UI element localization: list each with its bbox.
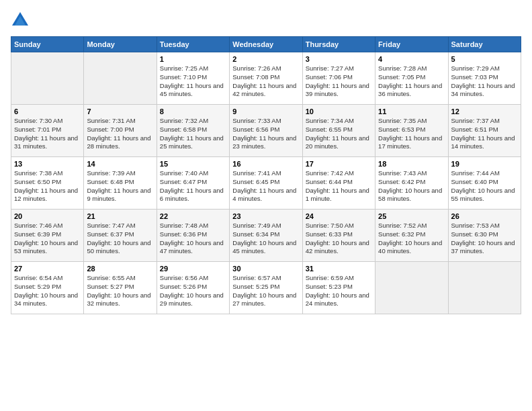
calendar-cell: 13Sunrise: 7:38 AM Sunset: 6:50 PM Dayli… (11, 157, 84, 210)
calendar-week-row: 27Sunrise: 6:54 AM Sunset: 5:29 PM Dayli… (11, 262, 521, 314)
calendar-cell: 14Sunrise: 7:39 AM Sunset: 6:48 PM Dayli… (84, 157, 157, 210)
calendar-cell: 28Sunrise: 6:55 AM Sunset: 5:27 PM Dayli… (84, 262, 157, 314)
logo (11, 11, 32, 30)
calendar-cell: 1Sunrise: 7:25 AM Sunset: 7:10 PM Daylig… (157, 52, 229, 105)
day-number: 15 (160, 160, 226, 168)
day-info: Sunrise: 7:40 AM Sunset: 6:47 PM Dayligh… (160, 169, 226, 203)
calendar-cell: 29Sunrise: 6:56 AM Sunset: 5:26 PM Dayli… (157, 262, 229, 314)
logo-icon (11, 11, 30, 30)
day-number: 13 (14, 160, 81, 168)
day-number: 31 (306, 265, 372, 273)
day-number: 1 (160, 55, 226, 63)
day-number: 28 (87, 265, 153, 273)
calendar-cell: 31Sunrise: 6:59 AM Sunset: 5:23 PM Dayli… (302, 262, 375, 314)
day-info: Sunrise: 7:52 AM Sunset: 6:32 PM Dayligh… (378, 222, 445, 256)
calendar-cell: 3Sunrise: 7:27 AM Sunset: 7:06 PM Daylig… (302, 52, 375, 105)
calendar-cell: 11Sunrise: 7:35 AM Sunset: 6:53 PM Dayli… (375, 105, 448, 157)
weekday-header-sunday: Sunday (11, 37, 84, 52)
day-number: 20 (14, 212, 81, 220)
day-number: 12 (451, 107, 518, 116)
calendar-cell: 23Sunrise: 7:49 AM Sunset: 6:34 PM Dayli… (230, 210, 302, 262)
day-info: Sunrise: 7:32 AM Sunset: 6:58 PM Dayligh… (160, 117, 226, 151)
day-number: 27 (14, 265, 81, 273)
weekday-header-tuesday: Tuesday (157, 37, 229, 52)
calendar-week-row: 6Sunrise: 7:30 AM Sunset: 7:01 PM Daylig… (11, 105, 521, 157)
calendar-cell: 7Sunrise: 7:31 AM Sunset: 7:00 PM Daylig… (84, 105, 157, 157)
day-info: Sunrise: 7:29 AM Sunset: 7:03 PM Dayligh… (451, 64, 518, 99)
weekday-header-saturday: Saturday (448, 37, 521, 52)
day-number: 10 (306, 107, 372, 116)
day-number: 19 (451, 160, 518, 168)
day-info: Sunrise: 7:25 AM Sunset: 7:10 PM Dayligh… (160, 64, 226, 99)
calendar-cell: 8Sunrise: 7:32 AM Sunset: 6:58 PM Daylig… (157, 105, 229, 157)
day-number: 18 (378, 160, 445, 168)
day-info: Sunrise: 7:28 AM Sunset: 7:05 PM Dayligh… (378, 64, 445, 99)
calendar-cell (84, 52, 157, 105)
day-info: Sunrise: 7:42 AM Sunset: 6:44 PM Dayligh… (306, 169, 372, 203)
day-number: 22 (160, 212, 226, 220)
day-info: Sunrise: 7:48 AM Sunset: 6:36 PM Dayligh… (160, 222, 226, 256)
day-info: Sunrise: 7:43 AM Sunset: 6:42 PM Dayligh… (378, 169, 445, 203)
day-info: Sunrise: 7:47 AM Sunset: 6:37 PM Dayligh… (87, 222, 153, 256)
day-info: Sunrise: 7:46 AM Sunset: 6:39 PM Dayligh… (14, 222, 81, 256)
calendar-cell: 30Sunrise: 6:57 AM Sunset: 5:25 PM Dayli… (230, 262, 302, 314)
calendar-cell: 5Sunrise: 7:29 AM Sunset: 7:03 PM Daylig… (448, 52, 521, 105)
day-info: Sunrise: 7:26 AM Sunset: 7:08 PM Dayligh… (232, 64, 299, 99)
day-info: Sunrise: 7:35 AM Sunset: 6:53 PM Dayligh… (378, 117, 445, 151)
calendar-cell (375, 262, 448, 314)
day-info: Sunrise: 7:50 AM Sunset: 6:33 PM Dayligh… (306, 222, 372, 256)
calendar-cell: 22Sunrise: 7:48 AM Sunset: 6:36 PM Dayli… (157, 210, 229, 262)
day-info: Sunrise: 7:34 AM Sunset: 6:55 PM Dayligh… (306, 117, 372, 151)
calendar-cell: 16Sunrise: 7:41 AM Sunset: 6:45 PM Dayli… (230, 157, 302, 210)
calendar-cell: 21Sunrise: 7:47 AM Sunset: 6:37 PM Dayli… (84, 210, 157, 262)
calendar-cell: 12Sunrise: 7:37 AM Sunset: 6:51 PM Dayli… (448, 105, 521, 157)
day-info: Sunrise: 7:31 AM Sunset: 7:00 PM Dayligh… (87, 117, 153, 151)
calendar-week-row: 1Sunrise: 7:25 AM Sunset: 7:10 PM Daylig… (11, 52, 521, 105)
weekday-header-friday: Friday (375, 37, 448, 52)
calendar-cell: 4Sunrise: 7:28 AM Sunset: 7:05 PM Daylig… (375, 52, 448, 105)
day-info: Sunrise: 6:54 AM Sunset: 5:29 PM Dayligh… (14, 274, 81, 308)
calendar-cell: 17Sunrise: 7:42 AM Sunset: 6:44 PM Dayli… (302, 157, 375, 210)
day-number: 11 (378, 107, 445, 116)
calendar-table: SundayMondayTuesdayWednesdayThursdayFrid… (11, 36, 521, 314)
day-info: Sunrise: 6:55 AM Sunset: 5:27 PM Dayligh… (87, 274, 153, 308)
day-info: Sunrise: 7:30 AM Sunset: 7:01 PM Dayligh… (14, 117, 81, 151)
day-info: Sunrise: 6:59 AM Sunset: 5:23 PM Dayligh… (306, 274, 372, 308)
day-number: 5 (451, 55, 518, 63)
day-number: 3 (306, 55, 372, 63)
day-number: 2 (232, 55, 299, 63)
day-info: Sunrise: 7:39 AM Sunset: 6:48 PM Dayligh… (87, 169, 153, 203)
day-info: Sunrise: 7:38 AM Sunset: 6:50 PM Dayligh… (14, 169, 81, 203)
calendar-week-row: 13Sunrise: 7:38 AM Sunset: 6:50 PM Dayli… (11, 157, 521, 210)
calendar-cell: 10Sunrise: 7:34 AM Sunset: 6:55 PM Dayli… (302, 105, 375, 157)
day-number: 9 (232, 107, 299, 116)
day-number: 14 (87, 160, 153, 168)
day-number: 7 (87, 107, 153, 116)
page-header (11, 11, 521, 30)
calendar-cell: 9Sunrise: 7:33 AM Sunset: 6:56 PM Daylig… (230, 105, 302, 157)
day-number: 21 (87, 212, 153, 220)
day-info: Sunrise: 6:56 AM Sunset: 5:26 PM Dayligh… (160, 274, 226, 308)
calendar-header-row: SundayMondayTuesdayWednesdayThursdayFrid… (11, 37, 521, 52)
day-info: Sunrise: 7:44 AM Sunset: 6:40 PM Dayligh… (451, 169, 518, 203)
day-number: 16 (232, 160, 299, 168)
day-number: 30 (232, 265, 299, 273)
day-info: Sunrise: 7:41 AM Sunset: 6:45 PM Dayligh… (232, 169, 299, 203)
calendar-cell: 20Sunrise: 7:46 AM Sunset: 6:39 PM Dayli… (11, 210, 84, 262)
calendar-cell: 2Sunrise: 7:26 AM Sunset: 7:08 PM Daylig… (230, 52, 302, 105)
weekday-header-wednesday: Wednesday (230, 37, 302, 52)
day-info: Sunrise: 7:53 AM Sunset: 6:30 PM Dayligh… (451, 222, 518, 256)
day-number: 25 (378, 212, 445, 220)
weekday-header-monday: Monday (84, 37, 157, 52)
calendar-cell: 24Sunrise: 7:50 AM Sunset: 6:33 PM Dayli… (302, 210, 375, 262)
calendar-cell: 6Sunrise: 7:30 AM Sunset: 7:01 PM Daylig… (11, 105, 84, 157)
day-info: Sunrise: 7:33 AM Sunset: 6:56 PM Dayligh… (232, 117, 299, 151)
calendar-cell: 15Sunrise: 7:40 AM Sunset: 6:47 PM Dayli… (157, 157, 229, 210)
day-number: 26 (451, 212, 518, 220)
weekday-header-thursday: Thursday (302, 37, 375, 52)
day-info: Sunrise: 7:27 AM Sunset: 7:06 PM Dayligh… (306, 64, 372, 99)
calendar-cell: 27Sunrise: 6:54 AM Sunset: 5:29 PM Dayli… (11, 262, 84, 314)
calendar-cell (11, 52, 84, 105)
calendar-cell: 26Sunrise: 7:53 AM Sunset: 6:30 PM Dayli… (448, 210, 521, 262)
day-number: 4 (378, 55, 445, 63)
